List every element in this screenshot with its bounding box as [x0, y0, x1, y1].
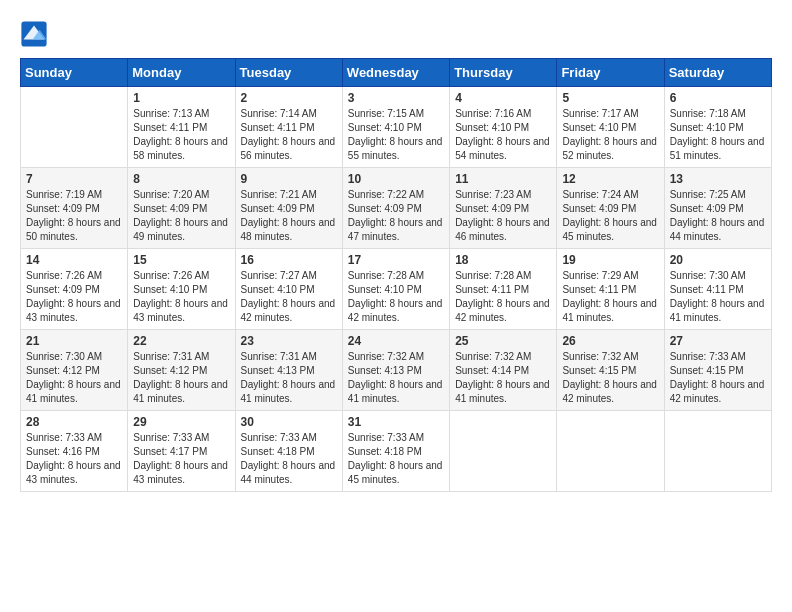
day-info: Sunrise: 7:31 AMSunset: 4:13 PMDaylight:…: [241, 350, 337, 406]
calendar-cell: 22 Sunrise: 7:31 AMSunset: 4:12 PMDaylig…: [128, 330, 235, 411]
calendar-cell: 16 Sunrise: 7:27 AMSunset: 4:10 PMDaylig…: [235, 249, 342, 330]
day-info: Sunrise: 7:21 AMSunset: 4:09 PMDaylight:…: [241, 188, 337, 244]
calendar-cell: 19 Sunrise: 7:29 AMSunset: 4:11 PMDaylig…: [557, 249, 664, 330]
calendar-cell: 1 Sunrise: 7:13 AMSunset: 4:11 PMDayligh…: [128, 87, 235, 168]
calendar-cell: 10 Sunrise: 7:22 AMSunset: 4:09 PMDaylig…: [342, 168, 449, 249]
day-info: Sunrise: 7:33 AMSunset: 4:18 PMDaylight:…: [348, 431, 444, 487]
calendar-cell: 25 Sunrise: 7:32 AMSunset: 4:14 PMDaylig…: [450, 330, 557, 411]
day-header-thursday: Thursday: [450, 59, 557, 87]
day-info: Sunrise: 7:33 AMSunset: 4:17 PMDaylight:…: [133, 431, 229, 487]
calendar-table: SundayMondayTuesdayWednesdayThursdayFrid…: [20, 58, 772, 492]
calendar-cell: 23 Sunrise: 7:31 AMSunset: 4:13 PMDaylig…: [235, 330, 342, 411]
day-number: 22: [133, 334, 229, 348]
calendar-cell: 30 Sunrise: 7:33 AMSunset: 4:18 PMDaylig…: [235, 411, 342, 492]
day-number: 28: [26, 415, 122, 429]
day-number: 12: [562, 172, 658, 186]
day-number: 25: [455, 334, 551, 348]
calendar-cell: 17 Sunrise: 7:28 AMSunset: 4:10 PMDaylig…: [342, 249, 449, 330]
day-info: Sunrise: 7:31 AMSunset: 4:12 PMDaylight:…: [133, 350, 229, 406]
day-number: 17: [348, 253, 444, 267]
day-number: 31: [348, 415, 444, 429]
day-number: 30: [241, 415, 337, 429]
day-number: 24: [348, 334, 444, 348]
day-info: Sunrise: 7:24 AMSunset: 4:09 PMDaylight:…: [562, 188, 658, 244]
day-number: 4: [455, 91, 551, 105]
day-number: 7: [26, 172, 122, 186]
day-info: Sunrise: 7:14 AMSunset: 4:11 PMDaylight:…: [241, 107, 337, 163]
day-number: 11: [455, 172, 551, 186]
day-number: 26: [562, 334, 658, 348]
day-number: 19: [562, 253, 658, 267]
calendar-week-row: 14 Sunrise: 7:26 AMSunset: 4:09 PMDaylig…: [21, 249, 772, 330]
day-header-wednesday: Wednesday: [342, 59, 449, 87]
day-info: Sunrise: 7:16 AMSunset: 4:10 PMDaylight:…: [455, 107, 551, 163]
day-number: 27: [670, 334, 766, 348]
day-number: 21: [26, 334, 122, 348]
day-number: 16: [241, 253, 337, 267]
calendar-cell: 26 Sunrise: 7:32 AMSunset: 4:15 PMDaylig…: [557, 330, 664, 411]
calendar-cell: 7 Sunrise: 7:19 AMSunset: 4:09 PMDayligh…: [21, 168, 128, 249]
calendar-cell: 11 Sunrise: 7:23 AMSunset: 4:09 PMDaylig…: [450, 168, 557, 249]
calendar-header-row: SundayMondayTuesdayWednesdayThursdayFrid…: [21, 59, 772, 87]
calendar-cell: 27 Sunrise: 7:33 AMSunset: 4:15 PMDaylig…: [664, 330, 771, 411]
calendar-cell: 20 Sunrise: 7:30 AMSunset: 4:11 PMDaylig…: [664, 249, 771, 330]
day-number: 15: [133, 253, 229, 267]
calendar-week-row: 28 Sunrise: 7:33 AMSunset: 4:16 PMDaylig…: [21, 411, 772, 492]
calendar-cell: 15 Sunrise: 7:26 AMSunset: 4:10 PMDaylig…: [128, 249, 235, 330]
calendar-cell: 28 Sunrise: 7:33 AMSunset: 4:16 PMDaylig…: [21, 411, 128, 492]
calendar-cell: 9 Sunrise: 7:21 AMSunset: 4:09 PMDayligh…: [235, 168, 342, 249]
day-info: Sunrise: 7:30 AMSunset: 4:12 PMDaylight:…: [26, 350, 122, 406]
calendar-cell: 29 Sunrise: 7:33 AMSunset: 4:17 PMDaylig…: [128, 411, 235, 492]
day-info: Sunrise: 7:29 AMSunset: 4:11 PMDaylight:…: [562, 269, 658, 325]
day-info: Sunrise: 7:23 AMSunset: 4:09 PMDaylight:…: [455, 188, 551, 244]
calendar-week-row: 7 Sunrise: 7:19 AMSunset: 4:09 PMDayligh…: [21, 168, 772, 249]
day-number: 14: [26, 253, 122, 267]
day-info: Sunrise: 7:22 AMSunset: 4:09 PMDaylight:…: [348, 188, 444, 244]
day-info: Sunrise: 7:18 AMSunset: 4:10 PMDaylight:…: [670, 107, 766, 163]
calendar-cell: 6 Sunrise: 7:18 AMSunset: 4:10 PMDayligh…: [664, 87, 771, 168]
calendar-cell: [21, 87, 128, 168]
day-info: Sunrise: 7:26 AMSunset: 4:09 PMDaylight:…: [26, 269, 122, 325]
day-number: 20: [670, 253, 766, 267]
day-info: Sunrise: 7:32 AMSunset: 4:14 PMDaylight:…: [455, 350, 551, 406]
calendar-cell: [664, 411, 771, 492]
calendar-cell: 13 Sunrise: 7:25 AMSunset: 4:09 PMDaylig…: [664, 168, 771, 249]
page-header: [20, 20, 772, 48]
day-header-friday: Friday: [557, 59, 664, 87]
calendar-cell: 21 Sunrise: 7:30 AMSunset: 4:12 PMDaylig…: [21, 330, 128, 411]
day-info: Sunrise: 7:33 AMSunset: 4:16 PMDaylight:…: [26, 431, 122, 487]
day-number: 10: [348, 172, 444, 186]
calendar-cell: 4 Sunrise: 7:16 AMSunset: 4:10 PMDayligh…: [450, 87, 557, 168]
day-header-monday: Monday: [128, 59, 235, 87]
calendar-cell: 18 Sunrise: 7:28 AMSunset: 4:11 PMDaylig…: [450, 249, 557, 330]
day-number: 6: [670, 91, 766, 105]
day-info: Sunrise: 7:28 AMSunset: 4:10 PMDaylight:…: [348, 269, 444, 325]
day-info: Sunrise: 7:15 AMSunset: 4:10 PMDaylight:…: [348, 107, 444, 163]
day-number: 1: [133, 91, 229, 105]
day-number: 9: [241, 172, 337, 186]
calendar-cell: [450, 411, 557, 492]
day-info: Sunrise: 7:17 AMSunset: 4:10 PMDaylight:…: [562, 107, 658, 163]
day-info: Sunrise: 7:13 AMSunset: 4:11 PMDaylight:…: [133, 107, 229, 163]
day-header-sunday: Sunday: [21, 59, 128, 87]
calendar-cell: 3 Sunrise: 7:15 AMSunset: 4:10 PMDayligh…: [342, 87, 449, 168]
calendar-cell: 12 Sunrise: 7:24 AMSunset: 4:09 PMDaylig…: [557, 168, 664, 249]
day-header-saturday: Saturday: [664, 59, 771, 87]
logo: [20, 20, 52, 48]
day-info: Sunrise: 7:33 AMSunset: 4:15 PMDaylight:…: [670, 350, 766, 406]
calendar-cell: 8 Sunrise: 7:20 AMSunset: 4:09 PMDayligh…: [128, 168, 235, 249]
day-info: Sunrise: 7:32 AMSunset: 4:13 PMDaylight:…: [348, 350, 444, 406]
day-info: Sunrise: 7:26 AMSunset: 4:10 PMDaylight:…: [133, 269, 229, 325]
day-info: Sunrise: 7:27 AMSunset: 4:10 PMDaylight:…: [241, 269, 337, 325]
day-number: 2: [241, 91, 337, 105]
day-info: Sunrise: 7:20 AMSunset: 4:09 PMDaylight:…: [133, 188, 229, 244]
day-info: Sunrise: 7:25 AMSunset: 4:09 PMDaylight:…: [670, 188, 766, 244]
calendar-cell: 5 Sunrise: 7:17 AMSunset: 4:10 PMDayligh…: [557, 87, 664, 168]
day-header-tuesday: Tuesday: [235, 59, 342, 87]
calendar-cell: [557, 411, 664, 492]
calendar-week-row: 1 Sunrise: 7:13 AMSunset: 4:11 PMDayligh…: [21, 87, 772, 168]
day-number: 5: [562, 91, 658, 105]
logo-icon: [20, 20, 48, 48]
calendar-cell: 14 Sunrise: 7:26 AMSunset: 4:09 PMDaylig…: [21, 249, 128, 330]
day-info: Sunrise: 7:28 AMSunset: 4:11 PMDaylight:…: [455, 269, 551, 325]
